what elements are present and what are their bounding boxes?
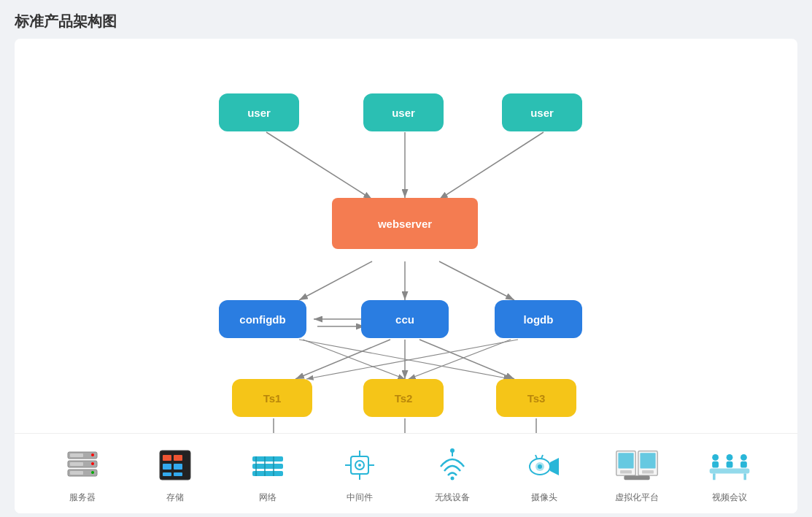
- node-configdb: configdb: [219, 300, 306, 338]
- node-ts1: Ts1: [232, 379, 312, 417]
- node-ccu: ccu: [361, 300, 449, 338]
- svg-line-56: [541, 455, 543, 459]
- node-ts2: Ts2: [363, 379, 444, 417]
- svg-rect-67: [726, 462, 732, 468]
- camera-label: 摄像头: [531, 491, 557, 504]
- svg-point-48: [450, 477, 454, 480]
- node-user-2: user: [363, 93, 444, 131]
- storage-icon: [153, 443, 197, 487]
- page-title: 标准产品架构图: [15, 12, 797, 31]
- icon-item-storage: 存储: [153, 443, 197, 504]
- svg-rect-59: [620, 470, 632, 473]
- svg-rect-33: [163, 472, 171, 476]
- svg-rect-31: [163, 464, 171, 470]
- page-container: 标准产品架构图: [0, 0, 812, 517]
- svg-line-3: [439, 132, 544, 199]
- svg-point-50: [450, 448, 455, 453]
- svg-rect-30: [174, 455, 182, 461]
- svg-line-4: [299, 261, 372, 300]
- icon-item-server: 服务器: [61, 443, 104, 504]
- svg-rect-71: [713, 473, 716, 480]
- svg-point-53: [538, 464, 542, 469]
- svg-line-1: [266, 132, 372, 199]
- virtualization-label: 虚拟化平台: [615, 491, 659, 504]
- svg-line-55: [535, 455, 537, 459]
- node-logdb: logdb: [495, 300, 582, 338]
- node-user-1: user: [219, 93, 299, 131]
- svg-rect-61: [640, 453, 655, 468]
- icon-item-virtualization: 虚拟化平台: [615, 443, 659, 504]
- middleware-label: 中间件: [347, 491, 373, 504]
- node-webserver: webserver: [332, 198, 478, 249]
- videoconf-icon: [708, 443, 751, 487]
- diagram-area: user user user webserver configdb ccu lo…: [15, 39, 797, 513]
- svg-point-22: [91, 453, 94, 456]
- svg-line-6: [439, 261, 514, 300]
- svg-rect-65: [712, 462, 719, 468]
- icon-item-videoconf: 视频会议: [708, 443, 751, 504]
- svg-rect-37: [252, 471, 283, 476]
- icon-bar: 服务器 存储: [15, 433, 797, 513]
- wireless-icon: [430, 443, 474, 487]
- icon-item-camera: 摄像头: [522, 443, 566, 504]
- svg-rect-35: [252, 456, 283, 462]
- svg-rect-62: [642, 470, 654, 473]
- node-ts3: Ts3: [496, 379, 576, 417]
- middleware-icon: [338, 443, 382, 487]
- icon-item-network: 网络: [246, 443, 290, 504]
- svg-rect-32: [174, 464, 182, 470]
- svg-line-12: [303, 340, 405, 379]
- svg-line-13: [409, 340, 511, 379]
- svg-rect-63: [624, 475, 649, 480]
- svg-point-68: [741, 454, 747, 461]
- svg-line-9: [295, 340, 390, 379]
- svg-rect-70: [709, 468, 749, 473]
- svg-line-11: [419, 340, 514, 379]
- svg-rect-29: [163, 455, 171, 461]
- svg-rect-72: [743, 473, 746, 480]
- icon-item-middleware: 中间件: [338, 443, 382, 504]
- svg-point-43: [358, 464, 361, 467]
- svg-rect-69: [741, 462, 747, 468]
- virtualization-icon: [615, 443, 659, 487]
- camera-icon: [522, 443, 566, 487]
- svg-rect-34: [174, 472, 182, 476]
- svg-rect-27: [70, 471, 83, 475]
- svg-rect-58: [618, 453, 633, 468]
- svg-rect-25: [70, 453, 83, 457]
- svg-line-15: [306, 340, 518, 379]
- node-user-3: user: [502, 93, 582, 131]
- storage-label: 存储: [166, 491, 184, 504]
- svg-point-24: [91, 471, 94, 474]
- wireless-label: 无线设备: [435, 491, 470, 504]
- svg-point-66: [726, 454, 732, 461]
- server-icon: [61, 443, 104, 487]
- videoconf-label: 视频会议: [712, 491, 747, 504]
- network-label: 网络: [259, 491, 277, 504]
- svg-marker-54: [550, 458, 559, 475]
- svg-line-14: [299, 340, 511, 379]
- svg-point-23: [91, 462, 94, 465]
- svg-rect-26: [70, 462, 83, 466]
- svg-point-64: [712, 454, 719, 461]
- network-icon: [246, 443, 290, 487]
- svg-rect-36: [252, 464, 283, 469]
- icon-item-wireless: 无线设备: [430, 443, 474, 504]
- server-label: 服务器: [69, 491, 96, 504]
